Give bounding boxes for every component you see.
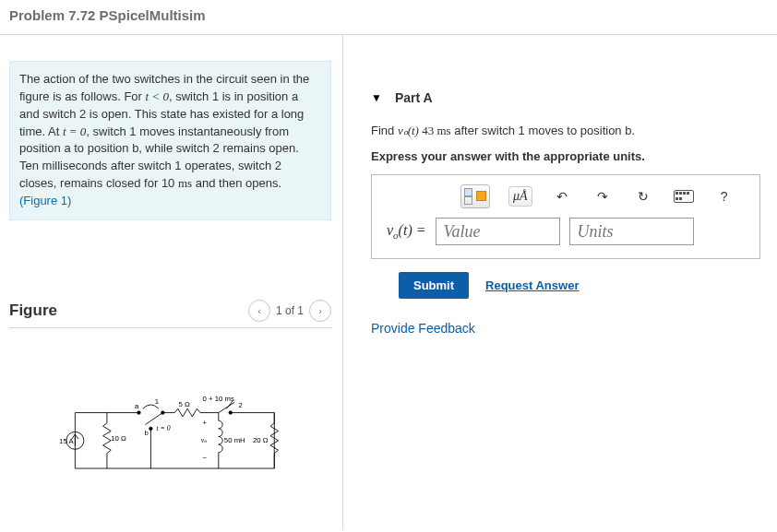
collapse-caret-icon: ▼ xyxy=(371,91,382,104)
keyboard-icon xyxy=(674,190,694,203)
figure-heading-row: Figure ‹ 1 of 1 › xyxy=(9,300,331,328)
figure-counter: 1 of 1 xyxy=(276,304,304,317)
figure-heading: Figure xyxy=(9,301,57,320)
figure-1-link[interactable]: (Figure 1) xyxy=(19,194,71,207)
figure-nav: ‹ 1 of 1 › xyxy=(248,300,331,322)
svg-text:vₒ: vₒ xyxy=(200,436,207,444)
units-mu-button[interactable]: μÅ xyxy=(508,186,532,207)
desc-text: and then opens. xyxy=(192,176,281,190)
svg-line-11 xyxy=(145,412,162,424)
answer-panel: μÅ ↶ ↷ ↻ ? vo(t) = xyxy=(371,174,760,259)
units-input[interactable] xyxy=(569,218,694,245)
right-column: ▼ Part A Find vₒ(t) 43 ms after switch 1… xyxy=(343,35,777,530)
svg-text:b: b xyxy=(144,429,148,437)
svg-text:15 A: 15 A xyxy=(59,437,74,445)
svg-text:+: + xyxy=(202,418,207,426)
request-answer-link[interactable]: Request Answer xyxy=(485,278,579,292)
reset-button[interactable]: ↻ xyxy=(632,185,654,207)
answer-variable-label: vo(t) = xyxy=(387,222,426,241)
undo-button[interactable]: ↶ xyxy=(551,185,573,207)
desc-cond2: t = 0 xyxy=(63,124,86,138)
part-a-label: Part A xyxy=(395,90,433,105)
svg-text:5 Ω: 5 Ω xyxy=(178,399,189,408)
left-column: The action of the two switches in the ci… xyxy=(0,35,343,530)
svg-text:2: 2 xyxy=(238,400,242,408)
svg-text:20 Ω: 20 Ω xyxy=(252,436,268,444)
svg-text:50 mH: 50 mH xyxy=(223,436,245,444)
provide-feedback-link[interactable]: Provide Feedback xyxy=(371,321,760,336)
svg-text:a: a xyxy=(135,402,139,410)
circuit-diagram: 15 A 10 Ω a 1 b t = 0 5 Ω 0 + 10 ms 2 + … xyxy=(42,393,300,480)
problem-header: Problem 7.72 PSpicelMultisim xyxy=(0,0,777,35)
submit-button[interactable]: Submit xyxy=(399,272,469,299)
figure-next-button[interactable]: › xyxy=(309,300,331,322)
part-a-header[interactable]: ▼ Part A xyxy=(371,90,760,105)
svg-text:1: 1 xyxy=(154,397,158,406)
answer-toolbar: μÅ ↶ ↷ ↻ ? xyxy=(377,181,754,218)
desc-cond1: t < 0 xyxy=(146,89,169,103)
description-box: The action of the two switches in the ci… xyxy=(9,61,331,220)
figure-prev-button[interactable]: ‹ xyxy=(248,300,270,322)
instruction-text: Express your answer with the appropriate… xyxy=(371,149,760,163)
figure-area: 15 A 10 Ω a 1 b t = 0 5 Ω 0 + 10 ms 2 + … xyxy=(9,328,331,480)
keyboard-button[interactable] xyxy=(673,185,695,207)
template-button[interactable] xyxy=(460,184,490,208)
svg-point-8 xyxy=(137,411,139,414)
svg-text:t = 0: t = 0 xyxy=(156,424,170,432)
redo-button[interactable]: ↷ xyxy=(592,185,614,207)
svg-text:10 Ω: 10 Ω xyxy=(111,434,126,443)
svg-line-16 xyxy=(218,402,233,412)
question-text: Find vₒ(t) 43 ms after switch 1 moves to… xyxy=(371,124,760,138)
desc-ms: ms xyxy=(178,176,192,190)
help-button[interactable]: ? xyxy=(713,185,735,207)
value-input[interactable] xyxy=(436,218,560,245)
svg-text:−: − xyxy=(202,454,207,462)
problem-title: Problem 7.72 PSpicelMultisim xyxy=(9,7,768,23)
svg-text:0 + 10 ms: 0 + 10 ms xyxy=(202,394,233,402)
